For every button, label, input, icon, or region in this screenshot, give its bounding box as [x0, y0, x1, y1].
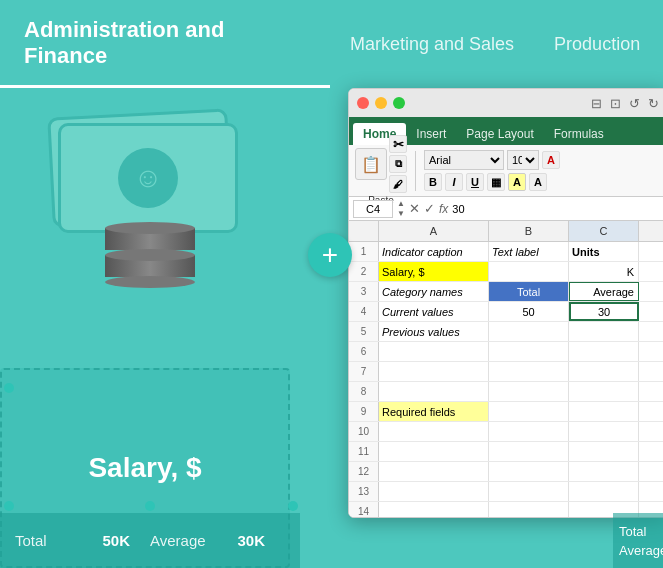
tab-insert[interactable]: Insert	[406, 123, 456, 145]
dot-indicator-br	[288, 501, 298, 511]
underline-icon[interactable]: U	[466, 173, 484, 191]
cell-a9[interactable]: Required fields	[379, 402, 489, 421]
cell-b3[interactable]: Total	[489, 282, 569, 301]
cell-reference[interactable]: C4	[353, 200, 393, 218]
cell-a1[interactable]: Indicator caption	[379, 242, 489, 261]
cut-icon[interactable]: ✂	[389, 135, 407, 153]
title-icons: ⊟ ⊡ ↺ ↻	[591, 96, 659, 111]
undo-icon[interactable]: ↺	[629, 96, 640, 111]
paste-group: 📋 ✂ ⧉ 🖌 Paste	[355, 135, 407, 206]
person-icon: ☺	[134, 162, 163, 194]
add-button[interactable]: +	[308, 233, 352, 277]
person-circle: ☺	[118, 148, 178, 208]
table-row: 2 Salary, $ K	[349, 262, 663, 282]
arrow-up[interactable]: ▲	[397, 199, 405, 208]
tab-page-layout-label: Page Layout	[466, 127, 533, 141]
cell-c4[interactable]: 30	[569, 302, 639, 321]
tab-admin-finance-label: Administration and Finance	[24, 17, 306, 69]
font-select[interactable]: Arial	[424, 150, 504, 170]
italic-icon[interactable]: I	[445, 173, 463, 191]
tab-marketing-sales[interactable]: Marketing and Sales	[330, 0, 534, 88]
cell-b5[interactable]	[489, 322, 569, 341]
cell-b4[interactable]: 50	[489, 302, 569, 321]
col-header-a: A	[379, 221, 489, 241]
db-cylinders	[105, 222, 195, 288]
minimize-button[interactable]	[375, 97, 387, 109]
row-num-4: 4	[349, 302, 379, 321]
table-row: 10	[349, 422, 663, 442]
redo-icon[interactable]: ↻	[648, 96, 659, 111]
cell-c1[interactable]: Units	[569, 242, 639, 261]
border-icon[interactable]: ▦	[487, 173, 505, 191]
main-area: ☺ Salary, $ Total 50K	[0, 88, 663, 568]
maximize-button[interactable]	[393, 97, 405, 109]
tab-marketing-sales-label: Marketing and Sales	[350, 34, 514, 55]
row-num-2: 2	[349, 262, 379, 281]
tab-admin-finance[interactable]: Administration and Finance	[0, 0, 330, 88]
right-partial-stats: Total Average	[613, 513, 663, 568]
table-row: 5 Previous values	[349, 322, 663, 342]
font-group: Arial 10 A B I U ▦ A A	[424, 150, 560, 191]
formula-bar: C4 ▲ ▼ ✕ ✓ fx 30	[349, 197, 663, 221]
total-label: Total	[15, 532, 47, 549]
bottom-stats-bar: Total 50K Average 30K	[0, 513, 300, 568]
table-row: 13	[349, 482, 663, 502]
row-num-5: 5	[349, 322, 379, 341]
paste-button[interactable]: 📋	[355, 148, 387, 180]
cell-c9[interactable]	[569, 402, 639, 421]
cell-b1[interactable]: Text label	[489, 242, 569, 261]
tab-production[interactable]: Production	[534, 0, 660, 88]
fill-color-icon[interactable]: A	[508, 173, 526, 191]
fx-label: fx	[439, 202, 448, 216]
save2-icon[interactable]: ⊡	[610, 96, 621, 111]
cell-b2[interactable]	[489, 262, 569, 281]
formula-arrows: ▲ ▼	[397, 199, 405, 218]
copy-icon[interactable]: ⧉	[389, 155, 407, 173]
table-row: 8	[349, 382, 663, 402]
table-row: 12	[349, 462, 663, 482]
spreadsheet-grid: A B C 1 Indicator caption Text label Uni…	[349, 221, 663, 518]
tab-page-layout[interactable]: Page Layout	[456, 123, 543, 145]
cell-a5[interactable]: Previous values	[379, 322, 489, 341]
col-header-c: C	[569, 221, 639, 241]
col-header-b: B	[489, 221, 569, 241]
formula-value[interactable]: 30	[452, 203, 663, 215]
salary-card-title: Salary, $	[88, 452, 201, 484]
right-total: Total	[619, 524, 657, 539]
cell-a3[interactable]: Category names	[379, 282, 489, 301]
dot-indicator-bm	[145, 501, 155, 511]
arrow-down[interactable]: ▼	[397, 209, 405, 218]
column-headers: A B C	[349, 221, 663, 242]
tab-production-label: Production	[554, 34, 640, 55]
cell-c5[interactable]	[569, 322, 639, 341]
font-color-icon[interactable]: A	[529, 173, 547, 191]
confirm-icon[interactable]: ✓	[424, 201, 435, 216]
top-nav: Administration and Finance Marketing and…	[0, 0, 663, 88]
increase-font-icon[interactable]: A	[542, 151, 560, 169]
total-value: 50K	[102, 532, 130, 549]
cell-a2[interactable]: Salary, $	[379, 262, 489, 281]
row-num-header	[349, 221, 379, 241]
left-panel: ☺ Salary, $ Total 50K	[0, 88, 300, 568]
format-painter-icon[interactable]: 🖌	[389, 175, 407, 193]
ribbon-content: 📋 ✂ ⧉ 🖌 Paste Arial 10	[349, 145, 663, 197]
close-button[interactable]	[357, 97, 369, 109]
dot-indicator-tl	[4, 383, 14, 393]
table-row: 11	[349, 442, 663, 462]
cell-c2[interactable]: K	[569, 262, 639, 281]
bold-icon[interactable]: B	[424, 173, 442, 191]
row-num-9: 9	[349, 402, 379, 421]
excel-titlebar: ⊟ ⊡ ↺ ↻	[349, 89, 663, 117]
tab-formulas[interactable]: Formulas	[544, 123, 614, 145]
table-row: 6	[349, 342, 663, 362]
cell-c3[interactable]: Average	[569, 282, 639, 301]
cell-b9[interactable]	[489, 402, 569, 421]
table-row: 1 Indicator caption Text label Units	[349, 242, 663, 262]
average-value: 30K	[237, 532, 265, 549]
font-size-select[interactable]: 10	[507, 150, 539, 170]
cell-a4[interactable]: Current values	[379, 302, 489, 321]
cancel-icon[interactable]: ✕	[409, 201, 420, 216]
illustration: ☺	[20, 108, 280, 288]
right-average: Average	[619, 543, 657, 558]
save-icon[interactable]: ⊟	[591, 96, 602, 111]
